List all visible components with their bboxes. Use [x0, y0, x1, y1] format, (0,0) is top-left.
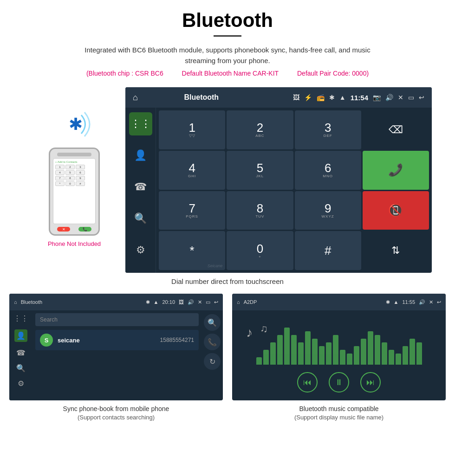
prev-button[interactable]: ⏮ — [297, 372, 318, 392]
dial-key-1[interactable]: 1▽▽ — [159, 110, 225, 149]
music-note-icon-2: ♫ — [260, 323, 268, 335]
phonebook-screen[interactable]: ⌂ Bluetooth ✱ ▲ 20:10 🖼 🔊 ✕ ▭ ↩ ⋮⋮ 👤 — [9, 294, 223, 400]
main-caption: Dial number direct from touchscreen — [0, 277, 455, 285]
sidebar-item-settings[interactable]: ⚙ — [129, 238, 152, 262]
pb-contacts-icon[interactable]: 👤 — [14, 329, 27, 342]
music-close-icon[interactable]: ✕ — [429, 299, 433, 305]
music-bar — [347, 354, 352, 365]
car-screen-body: ⋮⋮ 👤 ☎ 🔍 ⚙ 1▽▽ — [125, 108, 432, 273]
cs-close-icon[interactable]: ✕ — [398, 94, 403, 101]
page-title: Bluetooth — [0, 0, 455, 35]
music-bar — [382, 342, 387, 365]
sidebar-item-contacts[interactable]: 👤 — [129, 144, 152, 167]
pb-contact-name: seicane — [58, 337, 80, 344]
pb-search-icon-side[interactable]: 🔍 — [16, 364, 26, 373]
bluetooth-wave: ✱ — [56, 106, 93, 143]
music-bar — [410, 339, 415, 365]
playpause-button[interactable]: ⏸ — [329, 372, 349, 392]
music-header: ⌂ A2DP ✱ ▲ 11:55 🔊 ✕ ↩ — [232, 294, 446, 310]
music-bar — [277, 335, 283, 365]
main-screen-row: ✱ + Add to Contacts 123 456 789 — [0, 87, 455, 273]
cs-sidebar: ⋮⋮ 👤 ☎ 🔍 ⚙ — [125, 108, 156, 273]
car-screen-header: ⌂ Bluetooth 🖼 ⚡ 📻 ✱ ▲ 11:54 📷 🔊 ✕ ▭ ↩ — [125, 87, 432, 108]
pb-avatar: S — [40, 334, 53, 347]
spec-name: Default Bluetooth Name CAR-KIT — [182, 70, 279, 77]
music-bar — [312, 339, 318, 365]
cs-volume-icon[interactable]: 🔊 — [385, 94, 393, 101]
pb-call-action[interactable]: 📞 — [204, 334, 221, 350]
music-bar — [354, 346, 359, 365]
music-caption: Bluetooth music compatible — [232, 404, 446, 414]
title-underline — [214, 35, 241, 37]
pb-photo-icon: 🖼 — [179, 299, 184, 305]
sidebar-item-calls[interactable]: ☎ — [129, 175, 152, 199]
music-bar — [403, 346, 408, 365]
music-bar — [298, 342, 304, 365]
cs-back-icon[interactable]: ↩ — [419, 94, 424, 101]
phonebook-item: ⌂ Bluetooth ✱ ▲ 20:10 🖼 🔊 ✕ ▭ ↩ ⋮⋮ 👤 — [9, 294, 223, 421]
specs-row: (Bluetooth chip : CSR BC6 Default Blueto… — [0, 70, 455, 77]
music-bar — [319, 346, 325, 365]
music-note-icon: ♪ — [246, 325, 253, 340]
music-screen[interactable]: ⌂ A2DP ✱ ▲ 11:55 🔊 ✕ ↩ ♪ ♫ — [232, 294, 446, 400]
music-signal: ▲ — [394, 299, 399, 305]
dial-key-call-red[interactable]: 📵 — [363, 191, 429, 230]
dial-key-3[interactable]: 3DEF — [295, 110, 361, 149]
cs-time: 11:54 — [351, 94, 368, 102]
dial-key-star[interactable]: * Seicane — [159, 231, 225, 270]
dial-key-8[interactable]: 8TUV — [227, 191, 293, 230]
dial-key-7[interactable]: 7PQRS — [159, 191, 225, 230]
pb-calls-icon[interactable]: ☎ — [16, 348, 26, 357]
dialpad: 1▽▽ 2ABC 3DEF ⌫ 4GHI 5JKL — [156, 108, 432, 273]
music-item: ⌂ A2DP ✱ ▲ 11:55 🔊 ✕ ↩ ♪ ♫ — [232, 294, 446, 421]
dial-key-5[interactable]: 5JKL — [227, 151, 293, 190]
pb-search-bar[interactable]: Search — [35, 313, 199, 326]
pb-back-icon[interactable]: ↩ — [214, 299, 218, 305]
cs-signal-icon: ▲ — [339, 94, 346, 101]
dial-key-backspace[interactable]: ⌫ — [363, 110, 429, 149]
music-bar — [396, 354, 401, 365]
music-bar — [340, 350, 345, 365]
music-home-icon[interactable]: ⌂ — [237, 299, 240, 305]
phone-mockup: + Add to Contacts 123 456 789 *0# ✕ 📞 — [49, 148, 100, 236]
pb-search-action[interactable]: 🔍 — [204, 314, 221, 331]
music-bar — [270, 342, 276, 365]
dial-key-0[interactable]: 0+ — [227, 231, 293, 270]
music-bar — [375, 335, 380, 365]
pb-close-icon[interactable]: ✕ — [198, 299, 202, 305]
cs-bluetooth-icon: ✱ — [329, 94, 335, 101]
page-description: Integrated with BC6 Bluetooth module, su… — [84, 45, 371, 66]
dial-key-2[interactable]: 2ABC — [227, 110, 293, 149]
cs-window-icon[interactable]: ▭ — [408, 94, 414, 101]
music-visualization: ♪ ♫ ⏮ ⏸ ⏭ — [232, 318, 446, 392]
calls-icon: ☎ — [134, 181, 147, 193]
pb-settings-icon[interactable]: ⚙ — [18, 379, 24, 388]
main-car-screen[interactable]: ⌂ Bluetooth 🖼 ⚡ 📻 ✱ ▲ 11:54 📷 🔊 ✕ ▭ ↩ ⋮ — [125, 87, 432, 273]
pb-apps-icon[interactable]: ⋮⋮ — [13, 314, 28, 323]
dial-key-9[interactable]: 9WXYZ — [295, 191, 361, 230]
sidebar-item-apps[interactable]: ⋮⋮ — [129, 112, 152, 135]
next-button[interactable]: ⏭ — [360, 372, 381, 392]
dial-key-6[interactable]: 6MNO — [295, 151, 361, 190]
apps-icon: ⋮⋮ — [130, 118, 151, 130]
sidebar-item-search[interactable]: 🔍 — [129, 207, 152, 230]
dial-key-swap[interactable]: ⇅ — [363, 231, 429, 270]
pb-signal: ▲ — [154, 299, 159, 305]
dial-key-call-green[interactable]: 📞 — [363, 151, 429, 190]
pb-refresh-action[interactable]: ↻ — [204, 353, 221, 370]
svg-text:✱: ✱ — [69, 115, 83, 134]
dial-key-hash[interactable]: # — [295, 231, 361, 270]
pb-win-icon[interactable]: ▭ — [206, 299, 210, 305]
music-bar — [305, 331, 311, 365]
pb-contact-phone: 15885554271 — [160, 337, 194, 343]
music-vol-icon[interactable]: 🔊 — [419, 299, 425, 305]
music-bar — [389, 350, 394, 365]
music-bars — [241, 328, 436, 365]
bottom-row: ⌂ Bluetooth ✱ ▲ 20:10 🖼 🔊 ✕ ▭ ↩ ⋮⋮ 👤 — [0, 294, 455, 421]
dial-key-4[interactable]: 4GHI — [159, 151, 225, 190]
pb-home-icon[interactable]: ⌂ — [14, 299, 17, 305]
cs-camera-icon[interactable]: 📷 — [373, 94, 381, 101]
music-back-icon[interactable]: ↩ — [437, 299, 441, 305]
pb-contact-row[interactable]: S seicane 15885554271 — [35, 330, 199, 350]
pb-vol-icon[interactable]: 🔊 — [188, 299, 194, 305]
